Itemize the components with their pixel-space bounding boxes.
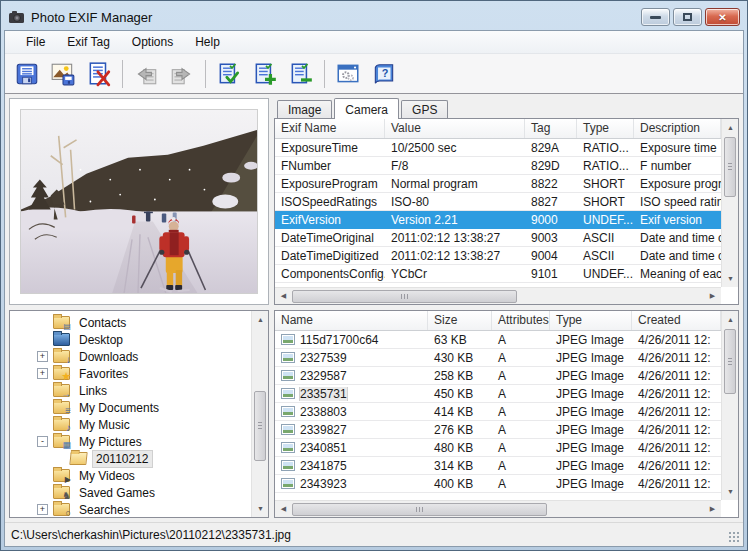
scroll-left-arrow[interactable]: ◀ [275, 501, 292, 518]
app-window: Photo EXIF Manager ✕ FileExif TagOptions… [0, 0, 748, 551]
tree-item[interactable]: + Favorites [10, 365, 251, 382]
file-row[interactable]: 2341875 314 KB A JPEG Image 4/26/2011 12… [275, 457, 721, 475]
column-header[interactable]: Tag [525, 119, 577, 138]
exif-row[interactable]: ISOSpeedRatings ISO-80 8827 SHORT ISO sp… [275, 193, 721, 211]
menu-item[interactable]: Help [184, 32, 231, 52]
exif-name-cell: ExposureTime [275, 141, 385, 155]
tree-item[interactable]: My Music [10, 416, 251, 433]
menu-item[interactable]: Exif Tag [56, 32, 120, 52]
folder-icon [53, 350, 70, 363]
scroll-down-arrow[interactable]: ▼ [252, 500, 269, 517]
file-row[interactable]: 2340851 480 KB A JPEG Image 4/26/2011 12… [275, 439, 721, 457]
scroll-down-arrow[interactable]: ▼ [722, 270, 739, 287]
files-vertical-scrollbar[interactable]: ▲ ▼ [721, 311, 738, 500]
file-type-cell: JPEG Image [550, 369, 632, 383]
exif-horizontal-scrollbar[interactable]: ◀ ▶ [275, 287, 721, 304]
menu-item[interactable]: File [15, 32, 56, 52]
scroll-thumb[interactable] [254, 391, 266, 461]
image-file-icon [281, 388, 295, 399]
tree-item[interactable]: Links [10, 382, 251, 399]
tree-item[interactable]: Contacts [10, 314, 251, 331]
column-header[interactable]: Type [577, 119, 634, 138]
scroll-up-arrow[interactable]: ▲ [722, 119, 739, 136]
exif-row[interactable]: ExifVersion Version 2.21 9000 UNDEF... E… [275, 211, 721, 229]
column-header[interactable]: Exif Name [275, 119, 385, 138]
previous-image-button[interactable] [128, 57, 164, 91]
scroll-down-arrow[interactable]: ▼ [722, 483, 739, 500]
file-created-cell: 4/26/2011 12: [632, 351, 721, 365]
column-header[interactable]: Value [385, 119, 525, 138]
exif-description-cell: F number [634, 159, 721, 173]
exif-row[interactable]: DateTimeDigitized 2011:02:12 13:38:27 90… [275, 247, 721, 265]
scroll-right-arrow[interactable]: ▶ [704, 288, 721, 305]
scroll-left-arrow[interactable]: ◀ [275, 288, 292, 305]
close-button[interactable]: ✕ [705, 8, 740, 26]
exif-row[interactable]: DateTimeOriginal 2011:02:12 13:38:27 900… [275, 229, 721, 247]
file-row[interactable]: 2329587 258 KB A JPEG Image 4/26/2011 12… [275, 367, 721, 385]
tree-item[interactable]: 20110212 [10, 450, 251, 467]
options-button[interactable] [330, 57, 366, 91]
tree-item[interactable]: - My Pictures [10, 433, 251, 450]
file-row[interactable]: 2335731 450 KB A JPEG Image 4/26/2011 12… [275, 385, 721, 403]
save-button[interactable] [9, 57, 45, 91]
folder-tree-panel: Contacts Desktop + [9, 310, 269, 518]
minimize-button[interactable] [641, 8, 670, 26]
maximize-button[interactable] [673, 8, 702, 26]
file-created-cell: 4/26/2011 12: [632, 333, 721, 347]
next-image-button[interactable] [164, 57, 200, 91]
resize-grip[interactable] [728, 531, 741, 544]
expand-toggle[interactable]: + [37, 351, 48, 362]
files-horizontal-scrollbar[interactable]: ◀ ▶ [275, 500, 721, 517]
folder-icon [53, 486, 70, 499]
menu-item[interactable]: Options [121, 32, 184, 52]
tab[interactable]: GPS [401, 100, 448, 119]
save-image-button[interactable] [45, 57, 81, 91]
expand-toggle[interactable]: + [37, 504, 48, 515]
titlebar[interactable]: Photo EXIF Manager ✕ [4, 4, 744, 30]
expand-toggle[interactable]: + [37, 368, 48, 379]
scroll-up-arrow[interactable]: ▲ [722, 311, 739, 328]
exif-row[interactable]: ComponentsConfig... YCbCr 9101 UNDEF... … [275, 265, 721, 283]
tree-item[interactable]: + Downloads [10, 348, 251, 365]
tab[interactable]: Image [277, 100, 332, 119]
exif-tag-cell: 829D [525, 159, 577, 173]
expand-toggle[interactable]: - [37, 436, 48, 447]
verify-tags-button[interactable] [211, 57, 247, 91]
column-header[interactable]: Description [634, 119, 721, 138]
scroll-up-arrow[interactable]: ▲ [252, 311, 269, 328]
add-tag-button[interactable] [247, 57, 283, 91]
help-book-icon: ? [371, 61, 397, 87]
column-header[interactable]: Size [428, 311, 492, 330]
scroll-right-arrow[interactable]: ▶ [704, 501, 721, 518]
column-header[interactable]: Attributes [492, 311, 550, 330]
tree-item[interactable]: My Documents [10, 399, 251, 416]
file-row[interactable]: 2339827 276 KB A JPEG Image 4/26/2011 12… [275, 421, 721, 439]
tree-item[interactable]: Desktop [10, 331, 251, 348]
remove-tag-button[interactable] [283, 57, 319, 91]
scroll-thumb[interactable] [292, 503, 547, 516]
file-row[interactable]: 2327539 430 KB A JPEG Image 4/26/2011 12… [275, 349, 721, 367]
exif-row[interactable]: ExposureTime 10/2500 sec 829A RATIO... E… [275, 139, 721, 157]
delete-exif-button[interactable] [81, 57, 117, 91]
file-row[interactable]: 115d71700c64 63 KB A JPEG Image 4/26/201… [275, 331, 721, 349]
tree-item-label: Contacts [76, 315, 129, 331]
scroll-thumb[interactable] [724, 329, 736, 394]
tab[interactable]: Camera [334, 98, 399, 119]
scroll-thumb[interactable] [724, 137, 736, 197]
column-header[interactable]: Type [550, 311, 632, 330]
tree-item[interactable]: + Searches [10, 501, 251, 518]
file-row[interactable]: 2343923 400 KB A JPEG Image 4/26/2011 12… [275, 475, 721, 493]
exif-row[interactable]: ExposureProgram Normal program 8822 SHOR… [275, 175, 721, 193]
exif-vertical-scrollbar[interactable]: ▲ ▼ [721, 119, 738, 287]
column-header[interactable]: Name [275, 311, 428, 330]
scroll-thumb[interactable] [292, 290, 517, 303]
file-row[interactable]: 2338803 414 KB A JPEG Image 4/26/2011 12… [275, 403, 721, 421]
exif-row[interactable]: FNumber F/8 829D RATIO... F number [275, 157, 721, 175]
tree-vertical-scrollbar[interactable]: ▲ ▼ [251, 311, 268, 517]
remove-tag-icon [288, 61, 314, 87]
tree-item[interactable]: Saved Games [10, 484, 251, 501]
file-attributes-cell: A [492, 423, 550, 437]
column-header[interactable]: Created [632, 311, 721, 330]
help-button[interactable]: ? [366, 57, 402, 91]
tree-item[interactable]: My Videos [10, 467, 251, 484]
